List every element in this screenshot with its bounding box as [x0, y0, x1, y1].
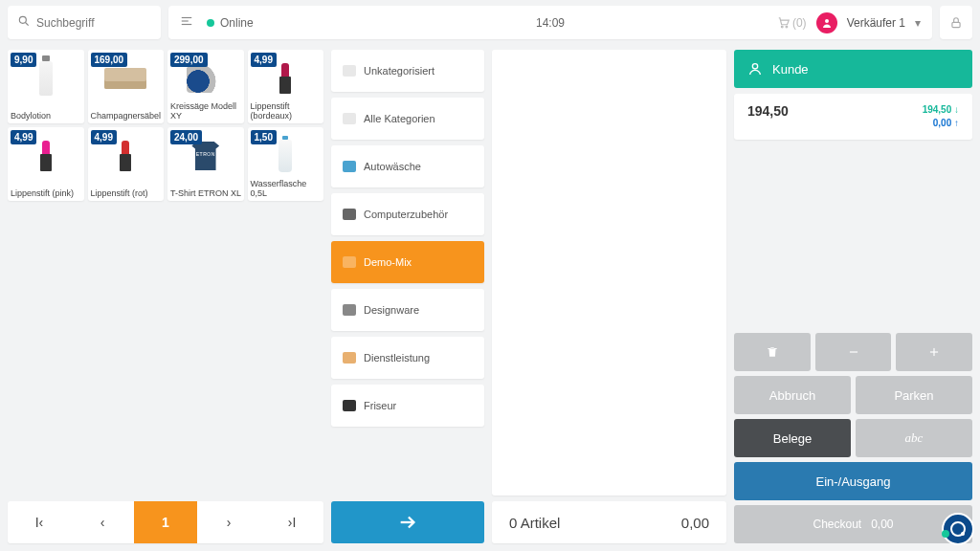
- category-icon: [343, 209, 356, 220]
- category-icon: [343, 400, 356, 411]
- abbruch-button[interactable]: Abbruch: [734, 376, 851, 414]
- price-badge: 4,99: [91, 130, 117, 144]
- category-label: Friseur: [364, 400, 396, 411]
- price-badge: 4,99: [251, 53, 277, 67]
- category-label: Demo-Mix: [364, 256, 412, 268]
- product-card[interactable]: 4,99 Lippenstift (pink): [8, 127, 84, 201]
- category-computerzubehoer[interactable]: Computerzubehör: [331, 193, 484, 235]
- customer-button[interactable]: Kunde: [734, 50, 972, 88]
- category-icon: [343, 256, 356, 268]
- checkout-button[interactable]: Checkout 0,00: [734, 505, 972, 543]
- category-friseur[interactable]: Friseur: [331, 385, 484, 427]
- category-designware[interactable]: Designware: [331, 289, 484, 331]
- online-dot-icon: [207, 19, 214, 27]
- checkout-label: Checkout: [813, 518, 861, 531]
- category-autowaesche[interactable]: Autowäsche: [331, 145, 484, 187]
- page-next-button[interactable]: ›: [197, 501, 260, 543]
- plus-icon: [927, 345, 941, 359]
- product-name: Wasserflasche 0,5L: [251, 180, 323, 199]
- search-icon: [17, 14, 31, 31]
- svg-point-10: [752, 64, 757, 69]
- product-name: Champagnersäbel: [91, 112, 163, 121]
- user-name[interactable]: Verkäufer 1: [847, 16, 905, 30]
- svg-point-0: [19, 16, 26, 23]
- parken-button[interactable]: Parken: [856, 376, 972, 414]
- product-card[interactable]: 24,00 T-Shirt ETRON XL: [167, 127, 244, 201]
- svg-rect-11: [849, 351, 857, 352]
- svg-point-6: [786, 26, 788, 28]
- chat-icon: [950, 521, 966, 537]
- price-badge: 169,00: [91, 53, 128, 67]
- chevron-down-icon[interactable]: ▾: [915, 16, 921, 30]
- menu-icon[interactable]: [180, 14, 193, 31]
- ein-ausgang-button[interactable]: Ein-/Ausgang: [734, 462, 972, 500]
- product-card[interactable]: 299,00 Kreissäge Modell XY: [167, 50, 244, 123]
- status-bar: Online 14:09 (0) Verkäufer 1 ▾: [168, 6, 932, 39]
- chat-bubble-button[interactable]: [942, 513, 974, 545]
- price-badge: 24,00: [170, 130, 202, 144]
- minus-icon: [847, 345, 860, 359]
- balance-credit: 194,50 ↓: [923, 103, 959, 117]
- product-card[interactable]: 9,90 Bodylotion: [8, 50, 84, 123]
- product-name: Bodylotion: [11, 112, 82, 121]
- abc-button[interactable]: abc: [856, 419, 972, 457]
- page-current[interactable]: 1: [134, 501, 197, 543]
- svg-rect-13: [934, 348, 935, 356]
- category-label: Computerzubehör: [364, 209, 448, 220]
- lock-button[interactable]: [940, 6, 972, 39]
- plus-button[interactable]: [896, 333, 972, 371]
- category-unkategorisiert[interactable]: Unkategorisiert: [331, 50, 484, 92]
- proceed-button[interactable]: [331, 501, 484, 543]
- page-prev-button[interactable]: ‹: [71, 501, 134, 543]
- product-name: T-Shirt ETRON XL: [170, 189, 242, 199]
- pagination: I‹ ‹ 1 › ›I: [8, 501, 323, 543]
- category-label: Dienstleistung: [364, 352, 430, 364]
- category-icon: [343, 113, 356, 124]
- checkout-amount: 0,00: [871, 518, 893, 531]
- product-name: Lippenstift (bordeaux): [251, 102, 323, 121]
- product-name: Lippenstift (rot): [91, 189, 163, 199]
- page-first-button[interactable]: I‹: [8, 501, 71, 543]
- category-label: Designware: [364, 304, 419, 316]
- belege-button[interactable]: Belege: [734, 419, 851, 457]
- clock-time: 14:09: [536, 16, 565, 30]
- category-icon: [343, 352, 356, 364]
- page-last-button[interactable]: ›I: [260, 501, 323, 543]
- category-demo-mix[interactable]: Demo-Mix: [331, 241, 484, 283]
- svg-line-1: [26, 23, 29, 26]
- product-card[interactable]: 4,99 Lippenstift (rot): [88, 127, 165, 201]
- price-badge: 9,90: [11, 53, 36, 67]
- cart-summary: 0 Artikel 0,00: [492, 501, 726, 543]
- product-name: Lippenstift (pink): [11, 189, 82, 199]
- search-box[interactable]: ✕: [8, 6, 161, 39]
- cart-count-label: 0 Artikel: [509, 515, 560, 531]
- cart-indicator[interactable]: (0): [777, 16, 807, 30]
- category-icon: [343, 161, 356, 172]
- category-alle[interactable]: Alle Kategorien: [331, 98, 484, 140]
- delete-button[interactable]: [734, 333, 811, 371]
- product-card[interactable]: 1,50 Wasserflasche 0,5L: [248, 127, 324, 201]
- cart-items-area: [492, 50, 726, 496]
- category-label: Unkategorisiert: [364, 65, 434, 77]
- minus-button[interactable]: [815, 333, 892, 371]
- svg-point-5: [781, 26, 783, 28]
- price-badge: 299,00: [170, 53, 208, 67]
- price-badge: 4,99: [11, 130, 36, 144]
- balance-box: 194,50 194,50 ↓ 0,00 ↑: [734, 94, 972, 140]
- category-dienstleistung[interactable]: Dienstleistung: [331, 337, 484, 379]
- arrow-right-icon: [397, 512, 418, 533]
- cart-count: (0): [792, 16, 807, 30]
- search-input[interactable]: [36, 16, 180, 30]
- trash-icon: [766, 345, 779, 359]
- svg-rect-8: [952, 22, 960, 27]
- cart-total: 0,00: [681, 515, 709, 531]
- balance-total: 194,50: [747, 103, 789, 130]
- avatar[interactable]: [816, 12, 837, 33]
- category-icon: [343, 65, 356, 77]
- price-badge: 1,50: [251, 130, 277, 144]
- product-card[interactable]: 169,00 Champagnersäbel: [88, 50, 165, 123]
- person-icon: [747, 61, 763, 77]
- product-card[interactable]: 4,99 Lippenstift (bordeaux): [248, 50, 324, 123]
- category-label: Autowäsche: [364, 161, 421, 172]
- category-icon: [343, 304, 356, 316]
